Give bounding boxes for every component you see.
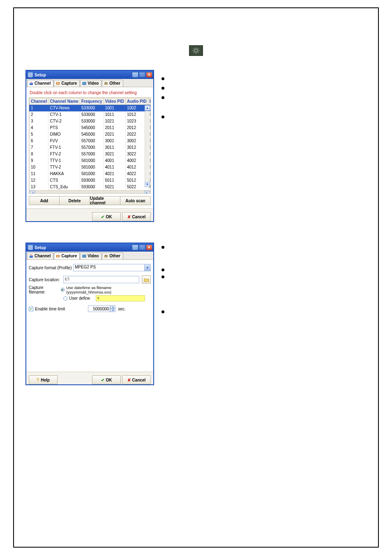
table-row[interactable]: 10TTV-2581000401140126 [30,164,151,171]
table-row[interactable]: 7FTV-1557000301130126 [30,144,151,151]
table-cell[interactable]: 557000 [80,151,104,157]
table-cell[interactable]: 10 [30,164,48,171]
table-cell[interactable]: 3021 [104,151,126,157]
table-cell[interactable]: 1011 [104,111,126,118]
cancel-button[interactable]: ✘Cancel [122,212,151,221]
minimize-button[interactable]: _ [132,72,138,78]
ok-button[interactable]: ✔OK [92,212,121,221]
table-row[interactable]: 6FVV557000300130026 [30,138,151,144]
table-cell[interactable]: 9 [30,157,48,164]
vscroll-track[interactable] [145,111,150,181]
scroll-right-button[interactable]: ▶ [144,191,150,194]
auto-scan-button[interactable]: Auto scan [120,196,151,205]
table-row[interactable]: 2CTV-1533000101110126 [30,111,151,118]
table-cell[interactable]: 1001 [104,105,126,111]
add-button[interactable]: Add [29,196,60,205]
ok-button[interactable]: ✔OK [92,375,121,384]
table-cell[interactable]: 4011 [104,164,126,171]
table-cell[interactable]: 1021 [104,118,126,125]
scroll-left-button[interactable]: ◀ [30,191,35,194]
table-cell[interactable]: HAKKA [48,171,80,177]
table-cell[interactable]: FTV-2 [48,151,80,157]
delete-button[interactable]: Delete [59,196,90,205]
help-button[interactable]: ?Help [29,375,58,384]
browse-button[interactable] [142,275,151,284]
table-row[interactable]: 4PTS545000201120126 [30,125,151,131]
scroll-up-button[interactable]: ▲ [145,105,150,111]
channel-table[interactable]: ChannelChannel NameFrequencyVideo PIDAud… [29,97,151,194]
titlebar[interactable]: Setup _ □ ✕ [26,243,153,252]
table-cell[interactable]: 545000 [80,125,104,131]
minimize-button[interactable]: _ [132,245,138,250]
table-cell[interactable]: 545000 [80,131,104,138]
column-header[interactable]: Channel [30,98,48,105]
spinner-down-icon[interactable]: ▼ [110,309,115,312]
tab-other[interactable]: Other [102,252,123,259]
radio-user-define[interactable] [63,296,67,301]
table-cell[interactable]: 5021 [104,184,126,190]
table-cell[interactable]: CTV-1 [48,111,80,118]
update-channel-button[interactable]: Update channel [90,196,120,205]
timelimit-checkbox[interactable] [29,307,33,311]
table-row[interactable]: 13CTS_Edu593000502150226 [30,184,151,190]
table-cell[interactable]: 533000 [80,105,104,111]
table-row[interactable]: 5DIMO545000202120226 [30,131,151,138]
column-header[interactable]: Ba [148,98,151,105]
table-cell[interactable]: TTV-2 [48,164,80,171]
table-cell[interactable]: CTS_Edu [48,184,80,190]
table-cell[interactable]: CTV-2 [48,118,80,125]
table-cell[interactable]: 5011 [104,177,126,184]
setup-gear-icon[interactable] [189,45,203,56]
tab-channel[interactable]: Channel [27,80,53,87]
tab-video[interactable]: Video [80,252,101,259]
close-button[interactable]: ✕ [146,245,152,250]
table-cell[interactable]: 2011 [104,125,126,131]
table-cell[interactable]: 1 [30,105,48,111]
table-cell[interactable]: 593000 [80,177,104,184]
column-header[interactable]: Frequency [80,98,104,105]
scroll-down-button[interactable]: ▼ [145,182,150,187]
spinner-up-icon[interactable]: ▲ [110,305,115,309]
user-define-input[interactable]: ? [96,295,145,301]
radio-datetime[interactable] [61,288,65,292]
table-cell[interactable]: 5 [30,131,48,138]
table-cell[interactable]: 557000 [80,144,104,151]
table-row[interactable]: 12CTS593000501150126 [30,177,151,184]
table-cell[interactable]: 12 [30,177,48,184]
table-cell[interactable]: 11 [30,171,48,177]
column-header[interactable]: Channel Name [48,98,80,105]
table-cell[interactable]: 3001 [104,138,126,144]
table-cell[interactable]: 533000 [80,111,104,118]
table-cell[interactable]: CTS [48,177,80,184]
table-row[interactable]: 8FTV-2557000302130226 [30,151,151,157]
location-input[interactable]: c:\ [63,276,139,283]
table-cell[interactable]: 3011 [104,144,126,151]
table-cell[interactable]: CTV-News [48,105,80,111]
table-cell[interactable]: TTV-1 [48,157,80,164]
table-cell[interactable]: 533000 [80,118,104,125]
table-cell[interactable]: 581000 [80,164,104,171]
tab-channel[interactable]: Channel [27,252,53,259]
table-row[interactable]: 9TTV-1581000400140026 [30,157,151,164]
cancel-button[interactable]: ✘Cancel [122,375,151,384]
table-cell[interactable]: 6 [30,138,48,144]
table-cell[interactable]: 4021 [104,171,126,177]
table-cell[interactable]: 13 [30,184,48,190]
timelimit-spinner[interactable]: ▲ ▼ [88,305,115,312]
column-header[interactable]: Audio PID [126,98,148,105]
table-cell[interactable]: PTS [48,125,80,131]
table-row[interactable]: 11HAKKA581000402140226 [30,171,151,177]
column-header[interactable]: Video PID [104,98,126,105]
table-cell[interactable]: FVV [48,138,80,144]
table-cell[interactable]: 2021 [104,131,126,138]
table-cell[interactable]: 4 [30,125,48,131]
table-cell[interactable]: 593000 [80,184,104,190]
table-row[interactable]: 1CTV-News533000100110026 [30,105,151,111]
table-cell[interactable]: 557000 [80,138,104,144]
tab-other[interactable]: Other [102,80,123,87]
table-cell[interactable]: 4001 [104,157,126,164]
table-cell[interactable]: 2 [30,111,48,118]
close-button[interactable]: ✕ [146,72,152,78]
tab-capture[interactable]: Capture [54,252,80,259]
table-cell[interactable]: FTV-1 [48,144,80,151]
